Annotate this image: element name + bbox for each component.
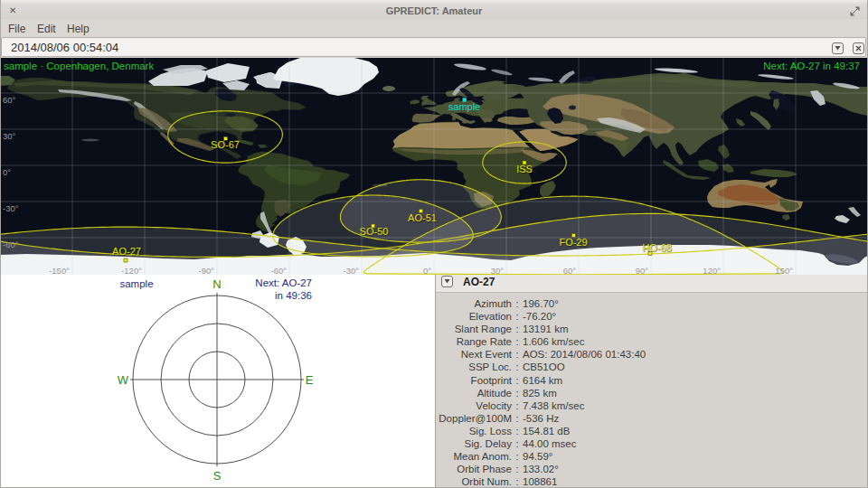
svg-text:-90°: -90° — [198, 266, 214, 276]
svg-text:sample · Copenhagen, Denmark: sample · Copenhagen, Denmark — [4, 61, 154, 71]
svg-text:-60°: -60° — [3, 239, 19, 249]
svg-text:SO-67: SO-67 — [211, 139, 240, 150]
svg-text:-60°: -60° — [270, 266, 287, 276]
svg-text:sample: sample — [119, 278, 153, 289]
svg-text:FO-29: FO-29 — [559, 237, 587, 248]
svg-text:Next: AO-27: Next: AO-27 — [255, 277, 312, 288]
svg-text:N: N — [212, 277, 221, 291]
svg-text:150°: 150° — [775, 266, 793, 276]
svg-text:-30°: -30° — [3, 203, 19, 213]
svg-text:W: W — [118, 373, 129, 387]
svg-text:HO-68: HO-68 — [642, 242, 671, 253]
svg-text:60°: 60° — [3, 95, 16, 105]
svg-text:SO-50: SO-50 — [360, 226, 389, 237]
svg-text:120°: 120° — [703, 266, 721, 276]
svg-text:S: S — [213, 469, 222, 483]
svg-text:90°: 90° — [636, 266, 649, 276]
svg-text:Next: AO-27 in 49:37: Next: AO-27 in 49:37 — [763, 61, 860, 71]
svg-text:AO-51: AO-51 — [408, 212, 437, 223]
svg-text:-30°: -30° — [343, 266, 359, 276]
svg-text:sample: sample — [448, 101, 480, 112]
svg-text:E: E — [306, 373, 314, 387]
svg-text:30°: 30° — [491, 266, 505, 276]
svg-text:in 49:36: in 49:36 — [275, 290, 312, 301]
svg-text:0°: 0° — [3, 167, 11, 177]
svg-text:ISS: ISS — [516, 164, 533, 174]
svg-text:0°: 0° — [423, 266, 431, 276]
svg-text:AO-27: AO-27 — [112, 246, 141, 257]
svg-text:60°: 60° — [563, 266, 577, 276]
svg-text:-150°: -150° — [49, 266, 70, 276]
svg-text:30°: 30° — [3, 131, 16, 141]
svg-text:-120°: -120° — [121, 266, 142, 276]
